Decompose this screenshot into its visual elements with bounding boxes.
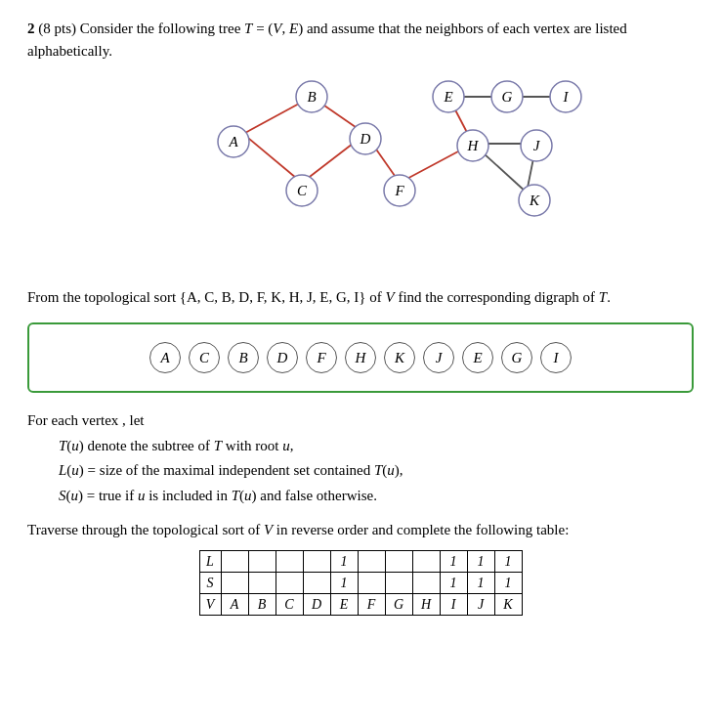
V-B: B [248, 594, 276, 616]
data-table: L 1 1 1 1 S 1 [199, 550, 523, 616]
L-label: L [199, 551, 221, 573]
svg-text:H: H [467, 138, 480, 153]
L-G [385, 551, 412, 573]
topo-sort-text: From the topological sort {A, C, B, D, F… [27, 286, 694, 309]
L-J: 1 [467, 551, 494, 573]
table-wrapper: L 1 1 1 1 S 1 [27, 550, 694, 616]
L-H [412, 551, 440, 573]
L-B [248, 551, 276, 573]
svg-text:I: I [563, 89, 570, 105]
V-K: K [494, 594, 522, 616]
problem-points: (8 pts) Consider the following tree T = … [27, 21, 627, 59]
S-G [385, 573, 412, 594]
S-u-def: S(u) = true if u is included in T(u) and… [59, 484, 694, 509]
tree-graph: B A C D F E G I H J K [126, 75, 595, 271]
answer-node-K: K [384, 342, 415, 373]
svg-text:D: D [360, 131, 371, 147]
svg-text:B: B [307, 89, 316, 105]
svg-text:A: A [228, 134, 238, 150]
T-u-def: T(u) denote the subtree of T with root u… [59, 434, 694, 459]
traverse-text: Traverse through the topological sort of… [27, 522, 694, 538]
L-F [358, 551, 385, 573]
svg-text:G: G [502, 89, 513, 105]
L-A [221, 551, 248, 573]
answer-node-F: F [306, 342, 337, 373]
S-I: 1 [440, 573, 467, 594]
V-E: E [330, 594, 358, 616]
S-K: 1 [494, 573, 522, 594]
V-label: V [199, 594, 221, 616]
vertex-definitions: For each vertex , let T(u) denote the su… [27, 408, 694, 508]
svg-text:C: C [297, 183, 308, 198]
S-C [276, 573, 303, 594]
vertex-intro: For each vertex , let [27, 412, 145, 428]
answer-node-H: H [345, 342, 376, 373]
V-C: C [276, 594, 303, 616]
answer-node-I: I [540, 342, 572, 373]
V-J: J [467, 594, 494, 616]
S-F [358, 573, 385, 594]
V-H: H [412, 594, 440, 616]
svg-line-1 [243, 134, 302, 183]
answer-node-G: G [501, 342, 532, 373]
V-D: D [303, 594, 330, 616]
V-F: F [358, 594, 385, 616]
S-label: S [199, 573, 221, 594]
S-E: 1 [330, 573, 358, 594]
L-I: 1 [440, 551, 467, 573]
V-I: I [440, 594, 467, 616]
answer-box: A C B D F H K J E G I [27, 322, 694, 393]
S-D [303, 573, 330, 594]
S-H [412, 573, 440, 594]
svg-text:F: F [394, 183, 404, 198]
answer-node-A: A [149, 342, 181, 373]
S-J: 1 [467, 573, 494, 594]
V-A: A [221, 594, 248, 616]
table-row-L: L 1 1 1 1 [199, 551, 522, 573]
table-row-S: S 1 1 1 1 [199, 573, 522, 594]
L-E: 1 [330, 551, 358, 573]
S-A [221, 573, 248, 594]
L-K: 1 [494, 551, 522, 573]
answer-node-J: J [423, 342, 454, 373]
table-row-V: V A B C D E F G H I J K [199, 594, 522, 616]
graph-container: B A C D F E G I H J K [27, 75, 694, 271]
svg-text:E: E [443, 89, 452, 105]
answer-node-B: B [228, 342, 259, 373]
problem-header: 2 (8 pts) Consider the following tree T … [27, 18, 694, 62]
L-u-def: L(u) = size of the maximal independent s… [59, 458, 694, 484]
L-C [276, 551, 303, 573]
answer-node-C: C [189, 342, 220, 373]
S-B [248, 573, 276, 594]
answer-node-E: E [462, 342, 493, 373]
V-G: G [385, 594, 412, 616]
L-D [303, 551, 330, 573]
svg-text:K: K [529, 193, 540, 208]
problem-number: 2 [27, 21, 35, 36]
answer-node-D: D [267, 342, 298, 373]
